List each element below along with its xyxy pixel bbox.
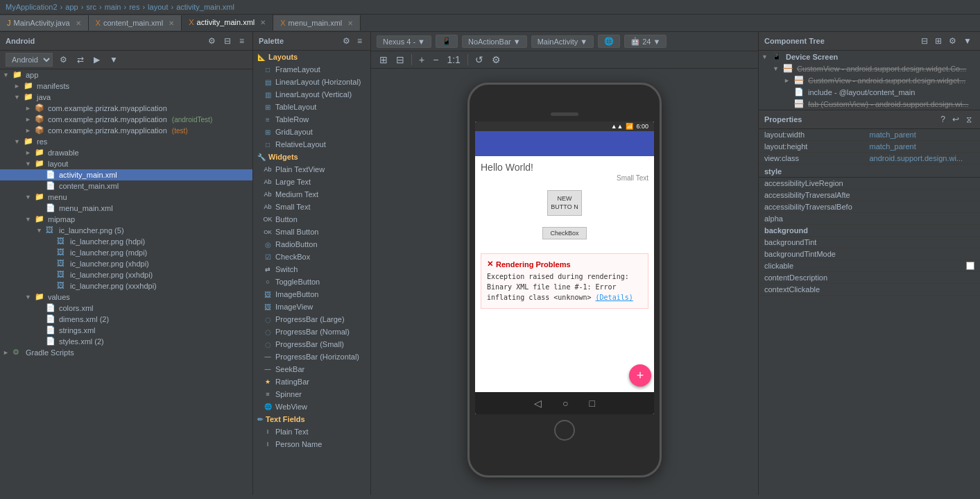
tree-item-ic-xxhdpi[interactable]: 🖼 ic_launcher.png (xxhdpi) [0, 269, 252, 280]
tree-item-manifests[interactable]: ► 📁 manifests [0, 81, 252, 92]
zoom-in-btn[interactable]: + [416, 53, 427, 66]
tab-close-3[interactable]: ✕ [347, 19, 353, 27]
tree-item-package1[interactable]: ► 📦 com.example.prizrak.myapplication [0, 103, 252, 114]
palette-item-progress-large[interactable]: ◌ ProgressBar (Large) [253, 313, 370, 325]
phone-new-button[interactable]: NEW BUTTO N [547, 190, 582, 216]
zoom-fit-btn[interactable]: ⊞ [377, 53, 390, 66]
palette-item-switch[interactable]: ⇄ Switch [253, 263, 370, 276]
tree-item-app[interactable]: ▼ 📁 app [0, 69, 252, 81]
comp-tree-collapse-btn[interactable]: ⊟ [918, 35, 931, 47]
palette-item-linear-v[interactable]: ▥ LinearLayout (Vertical) [253, 88, 370, 101]
comp-tree-fab[interactable]: ⬜ fab (CustomView) - android.support.des… [759, 98, 980, 110]
breadcrumb-item-3[interactable]: main [105, 3, 121, 11]
sync-btn[interactable]: ⚙ [205, 35, 218, 47]
palette-item-large-text[interactable]: Ab Large Text [253, 176, 370, 188]
zoom-out-btn[interactable]: − [430, 53, 441, 66]
palette-item-rating-bar[interactable]: ★ RatingBar [253, 375, 370, 388]
palette-item-small-button[interactable]: OK Small Button [253, 226, 370, 238]
zoom-reset-btn[interactable]: 1:1 [444, 53, 463, 66]
palette-item-linear-h[interactable]: ▤ LinearLayout (Horizontal) [253, 76, 370, 88]
tree-item-ic-xxxhdpi[interactable]: 🖼 ic_launcher.png (xxxhdpi) [0, 280, 252, 291]
props-undo-btn[interactable]: ↩ [949, 113, 962, 126]
palette-item-image-button[interactable]: 🖼 ImageButton [253, 288, 370, 301]
palette-item-grid-layout[interactable]: ⊞ GridLayout [253, 126, 370, 138]
palette-item-table-layout[interactable]: ⊞ TableLayout [253, 101, 370, 113]
breadcrumb-item-0[interactable]: MyApplication2 [6, 3, 58, 11]
breadcrumb-item-5[interactable]: layout [148, 3, 168, 11]
locale-selector[interactable]: 🌐 [598, 35, 620, 48]
palette-item-button[interactable]: OK Button [253, 213, 370, 226]
render-settings-btn[interactable]: ⚙ [489, 53, 504, 66]
breadcrumb-item-1[interactable]: app [65, 3, 78, 11]
gear-icon-project[interactable]: ⚙ [57, 53, 70, 66]
tree-item-java[interactable]: ▼ 📁 java [0, 92, 252, 103]
comp-tree-more-btn[interactable]: ▼ [961, 35, 974, 47]
run-icon[interactable]: ▶ [91, 53, 103, 66]
comp-tree-custom-view-2[interactable]: ► ⬜ CustomView - android.support.design.… [759, 74, 980, 86]
breadcrumb-item-6[interactable]: activity_main.xml [176, 3, 234, 11]
palette-item-checkbox[interactable]: ☑ CheckBox [253, 251, 370, 263]
tab-content-main-xml[interactable]: X content_main.xml ✕ [89, 15, 182, 31]
theme-selector[interactable]: NoActionBar ▼ [462, 35, 527, 48]
phone-back-btn[interactable]: ◁ [534, 398, 542, 409]
palette-item-table-row[interactable]: ≡ TableRow [253, 113, 370, 126]
tab-close-0[interactable]: ✕ [76, 19, 81, 27]
comp-tree-custom-view-1[interactable]: ▼ ⬜ CustomView - android.support.design.… [759, 62, 980, 74]
phone-fab-button[interactable]: + [629, 364, 651, 387]
api-selector[interactable]: 🤖 24 ▼ [624, 35, 667, 48]
palette-item-small-text[interactable]: Ab Small Text [253, 201, 370, 213]
palette-item-progress-horiz[interactable]: — ProgressBar (Horizontal) [253, 350, 370, 363]
palette-item-plain-text[interactable]: I Plain Text [253, 425, 370, 438]
palette-item-relative-layout[interactable]: □ RelativeLayout [253, 138, 370, 151]
phone-checkbox[interactable]: CheckBox [542, 227, 586, 239]
comp-tree-settings-btn[interactable]: ⚙ [946, 35, 959, 47]
palette-item-seek-bar[interactable]: — SeekBar [253, 363, 370, 375]
sync-icon[interactable]: ⇄ [74, 53, 87, 66]
tab-menu-main-xml[interactable]: X menu_main.xml ✕ [273, 15, 361, 31]
comp-tree-expand-btn[interactable]: ⊞ [932, 35, 945, 47]
tab-activity-main-xml[interactable]: X activity_main.xml ✕ [182, 15, 273, 31]
more-icon[interactable]: ▼ [107, 53, 121, 66]
tree-item-activity-main[interactable]: 📄 activity_main.xml [0, 169, 252, 180]
framework-selector[interactable]: Android [6, 53, 53, 67]
zoom-fit-width-btn[interactable]: ⊟ [393, 53, 407, 66]
tree-item-menu-main[interactable]: 📄 menu_main.xml [0, 203, 252, 214]
tree-item-ic-launcher[interactable]: ▼ 🖼 ic_launcher.png (5) [0, 225, 252, 236]
phone-home-btn[interactable]: ○ [562, 398, 568, 409]
comp-tree-device-screen[interactable]: ▼ 📱 Device Screen [759, 51, 980, 62]
tree-item-mipmap[interactable]: ▼ 📁 mipmap [0, 214, 252, 225]
nexus4-selector[interactable]: Nexus 4 - ▼ [377, 35, 431, 48]
palette-item-spinner[interactable]: ≡ Spinner [253, 388, 370, 400]
tree-item-ic-xhdpi[interactable]: 🖼 ic_launcher.png (xhdpi) [0, 258, 252, 269]
palette-item-radio-button[interactable]: ◎ RadioButton [253, 238, 370, 251]
props-help-btn[interactable]: ? [938, 113, 948, 126]
palette-item-progress-normal[interactable]: ◌ ProgressBar (Normal) [253, 325, 370, 338]
tab-close-1[interactable]: ✕ [169, 19, 174, 27]
collapse-btn[interactable]: ⊟ [221, 35, 234, 47]
tree-item-res[interactable]: ▼ 📁 res [0, 136, 252, 147]
prop-clickable-checkbox[interactable] [966, 262, 974, 270]
breadcrumb-item-4[interactable]: res [129, 3, 139, 11]
tree-item-content-main[interactable]: 📄 content_main.xml [0, 180, 252, 192]
tab-main-activity-java[interactable]: J MainActivity.java ✕ [0, 15, 89, 31]
activity-selector[interactable]: MainActivity ▼ [531, 35, 594, 48]
portrait-btn[interactable]: 📱 [436, 35, 458, 48]
tree-item-ic-hdpi[interactable]: 🖼 ic_launcher.png (hdpi) [0, 236, 252, 247]
palette-item-person-name[interactable]: I Person Name [253, 438, 370, 450]
palette-item-toggle-button[interactable]: ○ ToggleButton [253, 276, 370, 288]
tree-item-colors[interactable]: 📄 colors.xml [0, 303, 252, 314]
tree-item-dimens[interactable]: 📄 dimens.xml (2) [0, 314, 252, 325]
tab-close-2[interactable]: ✕ [260, 19, 266, 26]
tree-item-gradle[interactable]: ► ⚙ Gradle Scripts [0, 347, 252, 358]
tree-item-styles[interactable]: 📄 styles.xml (2) [0, 336, 252, 347]
palette-item-medium-text[interactable]: Ab Medium Text [253, 188, 370, 201]
tree-item-strings[interactable]: 📄 strings.xml [0, 325, 252, 336]
breadcrumb-item-2[interactable]: src [86, 3, 96, 11]
error-details-link[interactable]: (Details) [596, 294, 633, 301]
palette-item-plain-textview[interactable]: Ab Plain TextView [253, 163, 370, 176]
comp-tree-include[interactable]: 📄 include - @layout/content_main [759, 86, 980, 98]
palette-item-progress-small[interactable]: ◌ ProgressBar (Small) [253, 338, 370, 350]
refresh-btn[interactable]: ↺ [472, 53, 486, 66]
phone-recent-btn[interactable]: □ [590, 398, 595, 409]
tree-item-drawable[interactable]: ► 📁 drawable [0, 147, 252, 158]
